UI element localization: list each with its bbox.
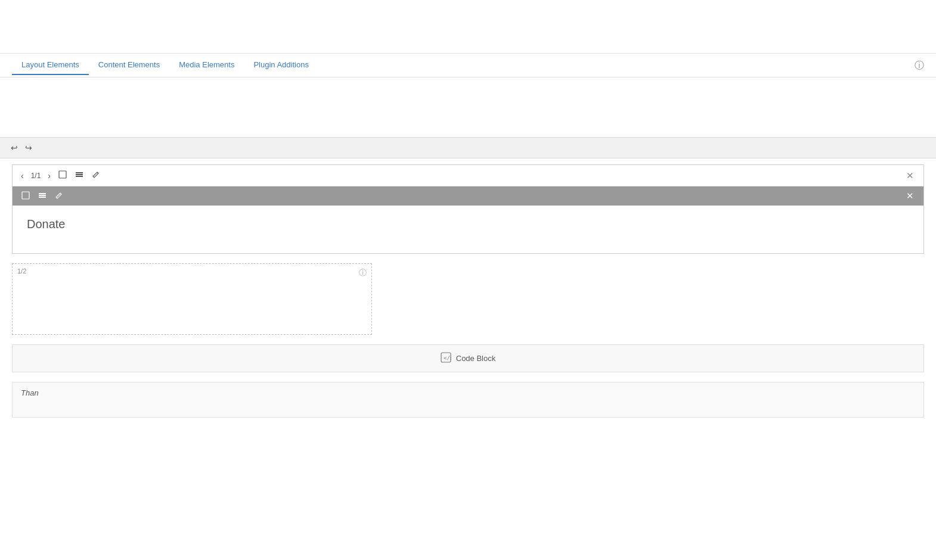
code-block-button[interactable]: </> Code Block — [12, 344, 924, 372]
redo-button[interactable]: ↪ — [21, 141, 36, 154]
tab-content-elements[interactable]: Content Elements — [89, 55, 169, 75]
outer-card: ‹ 1/1 › — [12, 164, 924, 254]
main-content: ‹ 1/1 › — [0, 158, 936, 424]
inner-edit-button[interactable] — [52, 190, 66, 203]
code-icon-svg: </> — [441, 352, 451, 363]
card-edit-button[interactable] — [89, 169, 103, 182]
card-next-button[interactable]: › — [45, 170, 53, 182]
undo-button[interactable]: ↩ — [7, 141, 21, 154]
info-icon[interactable]: ⓘ — [915, 59, 924, 71]
code-block-icon: </> — [441, 352, 451, 365]
svg-rect-3 — [76, 176, 83, 177]
half-column: 1/2 ⓘ — [12, 263, 372, 335]
card-view-button[interactable] — [55, 169, 70, 182]
card-close-button[interactable]: ✕ — [903, 169, 918, 182]
column-label: 1/2 — [17, 267, 26, 275]
layers-icon — [75, 170, 83, 179]
svg-rect-5 — [22, 192, 29, 199]
tab-media-elements[interactable]: Media Elements — [169, 55, 244, 75]
inner-toolbar: ✕ — [13, 186, 923, 206]
svg-rect-8 — [39, 197, 46, 198]
card-header-bar: ‹ 1/1 › — [13, 165, 923, 186]
undo-redo-toolbar: ↩ ↪ — [0, 137, 936, 158]
svg-rect-2 — [76, 174, 83, 175]
card-page-indicator: 1/1 — [29, 172, 44, 180]
svg-rect-7 — [39, 195, 46, 196]
svg-rect-0 — [59, 171, 66, 178]
tab-plugin-additions[interactable]: Plugin Additions — [244, 55, 318, 75]
column-info-icon[interactable]: ⓘ — [359, 267, 367, 278]
svg-line-4 — [97, 172, 98, 173]
svg-text:</>: </> — [444, 355, 451, 361]
inner-view-button[interactable] — [18, 190, 33, 203]
inner-layers-icon — [38, 191, 47, 200]
tab-layout-elements[interactable]: Layout Elements — [12, 55, 89, 75]
edit-icon — [92, 170, 100, 179]
card-header-left: ‹ 1/1 › — [18, 169, 103, 182]
middle-space — [0, 77, 936, 137]
top-area — [0, 0, 936, 54]
svg-rect-1 — [76, 172, 83, 173]
thank-you-area: Than — [12, 382, 924, 418]
inner-toolbar-left — [18, 190, 66, 203]
inner-edit-icon — [55, 191, 63, 200]
svg-rect-6 — [39, 193, 46, 194]
card-prev-button[interactable]: ‹ — [18, 170, 26, 182]
card-layers-button[interactable] — [72, 169, 86, 182]
code-block-label: Code Block — [456, 354, 495, 363]
donate-area: Donate — [13, 206, 923, 253]
view-icon — [58, 170, 67, 179]
inner-layers-button[interactable] — [35, 190, 49, 203]
inner-view-icon — [21, 191, 30, 200]
columns-container: 1/2 ⓘ — [12, 263, 924, 335]
donate-title: Donate — [27, 217, 909, 231]
inner-close-button[interactable]: ✕ — [903, 189, 918, 203]
thank-you-text: Than — [21, 388, 39, 397]
tab-bar: Layout Elements Content Elements Media E… — [0, 54, 936, 77]
